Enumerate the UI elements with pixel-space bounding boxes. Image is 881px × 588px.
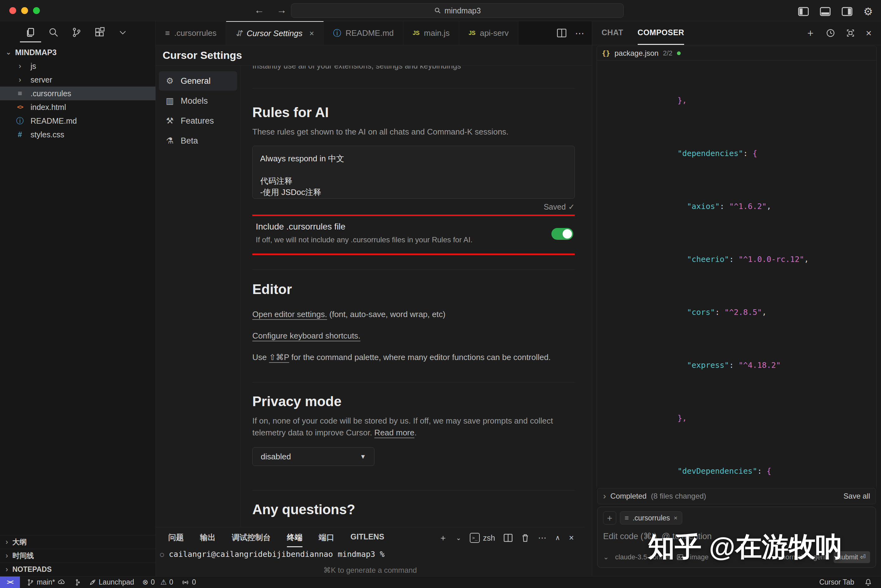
- more-actions-icon[interactable]: ⋯: [575, 28, 584, 39]
- editor-tab[interactable]: JS main.js: [404, 21, 459, 45]
- sidebar-section-header[interactable]: › NOTEPADS: [0, 562, 155, 576]
- errors-icon: ⊗: [143, 578, 148, 586]
- close-panel-icon[interactable]: ×: [569, 533, 574, 543]
- bell-icon[interactable]: [864, 578, 872, 586]
- tree-item[interactable]: <> index.html: [0, 100, 155, 114]
- zhihu-watermark: 知乎 @在游牧呐: [648, 529, 842, 565]
- shell-indicator[interactable]: >_ zsh: [470, 533, 495, 543]
- cursor-tab-status[interactable]: Cursor Tab: [819, 578, 854, 586]
- sidebar-section-label: 大纲: [12, 537, 27, 547]
- maximize-panel-icon[interactable]: ∧: [555, 534, 560, 542]
- tree-item[interactable]: › js: [0, 59, 155, 73]
- editor-tab[interactable]: JS api-serv: [459, 21, 518, 45]
- rules-textarea[interactable]: Always respond in 中文 代码注释 -使用 JSDoc注释: [252, 146, 575, 199]
- history-back-icon[interactable]: ←: [254, 4, 264, 16]
- remote-window-button[interactable]: ><: [0, 576, 20, 588]
- toggle-sidebar-left-icon[interactable]: [798, 7, 809, 16]
- project-root-row[interactable]: ⌄ MINDMAP3: [0, 45, 155, 59]
- problems-status[interactable]: ⊗ 0 ⚠ 0: [143, 578, 174, 586]
- title-bar: ← → mindmap3 ⚙: [0, 0, 881, 21]
- terminal-prompt: cailangri@cailangridebijibendiannao mind…: [169, 550, 384, 559]
- history-icon[interactable]: [826, 28, 835, 38]
- editor-tab[interactable]: ⓘ README.md: [324, 21, 404, 45]
- panel-tab[interactable]: 端口: [319, 532, 334, 547]
- chevron-right-icon: ›: [603, 491, 606, 501]
- read-more-link[interactable]: Read more: [374, 428, 415, 437]
- settings-nav-item[interactable]: ▥ Models: [159, 91, 237, 111]
- panel-tab[interactable]: 输出: [200, 532, 216, 547]
- more-actions-icon[interactable]: ⋯: [538, 533, 546, 543]
- chevron-down-icon[interactable]: [117, 26, 129, 39]
- file-label: index.html: [30, 103, 66, 112]
- terminal-prompt-line[interactable]: ◯ cailangri@cailangridebijibendiannao mi…: [160, 550, 384, 559]
- include-cursorrules-label: Include .cursorrules file: [256, 222, 574, 232]
- save-all-button[interactable]: Save all: [843, 492, 870, 501]
- sidebar-section-label: NOTEPADS: [12, 565, 52, 574]
- privacy-description: If on, none of your code will be stored …: [252, 415, 558, 438]
- command-status-icon: ◯: [160, 550, 164, 558]
- broadcast-status[interactable]: 0: [181, 578, 196, 586]
- settings-content: Instantly use all of your extensions, se…: [252, 66, 575, 527]
- extensions-icon[interactable]: [93, 26, 106, 39]
- search-icon[interactable]: [47, 26, 60, 39]
- open-editor-settings-link[interactable]: Open editor settings.: [252, 310, 327, 319]
- git-branch-status[interactable]: main*: [27, 578, 65, 586]
- command-center-search[interactable]: mindmap3: [291, 3, 624, 18]
- explorer-files-icon[interactable]: [24, 26, 37, 39]
- sidebar-section-header[interactable]: › 大纲: [0, 535, 155, 549]
- close-chat-icon[interactable]: ×: [866, 27, 872, 39]
- settings-nav-item[interactable]: ⚒ Features: [159, 111, 237, 130]
- chat-messages: {} package.json 2/2 },: [592, 45, 881, 488]
- tree-item[interactable]: › server: [0, 73, 155, 87]
- panel-tab[interactable]: 终端: [287, 532, 303, 547]
- new-terminal-icon[interactable]: ＋: [439, 532, 447, 543]
- editor-tab[interactable]: ⇵ Cursor Settings ×: [226, 21, 324, 45]
- split-editor-icon[interactable]: [557, 28, 566, 38]
- code-file-position: 2/2: [663, 49, 672, 57]
- tree-item[interactable]: # styles.css: [0, 128, 155, 141]
- source-control-icon[interactable]: [71, 26, 83, 39]
- toggle-sidebar-right-icon[interactable]: [842, 7, 852, 16]
- remove-context-icon[interactable]: ×: [674, 514, 678, 522]
- gitlens-status[interactable]: [73, 579, 81, 586]
- sidebar-section-header[interactable]: › 时间线: [0, 549, 155, 562]
- history-forward-icon[interactable]: →: [277, 4, 287, 16]
- add-context-button[interactable]: ＋: [603, 512, 616, 525]
- search-icon: [434, 7, 441, 14]
- zoom-window-button[interactable]: [33, 7, 40, 14]
- model-dropdown-icon[interactable]: ⌄: [603, 553, 609, 561]
- configure-shortcuts-link[interactable]: Configure keyboard shortcuts.: [252, 331, 360, 340]
- launchpad-button[interactable]: Launchpad: [89, 578, 134, 586]
- chevron-right-icon: ›: [6, 538, 8, 546]
- activity-bar: [0, 21, 155, 44]
- tab-close-icon[interactable]: ×: [309, 28, 314, 38]
- context-chip[interactable]: ≡ .cursorrules ×: [620, 512, 682, 525]
- panel-tab[interactable]: GITLENS: [350, 532, 384, 547]
- file-icon: #: [14, 130, 26, 139]
- minimize-window-button[interactable]: [21, 7, 28, 14]
- settings-nav-item[interactable]: ⚗ Beta: [159, 131, 237, 150]
- tree-item[interactable]: ≡ .cursorrules: [0, 87, 155, 100]
- panel-tab[interactable]: 调试控制台: [232, 532, 271, 547]
- panel-tab[interactable]: 问题: [168, 532, 184, 547]
- code-file-header[interactable]: {} package.json 2/2: [597, 46, 876, 60]
- chat-panel-tab[interactable]: CHAT: [602, 21, 623, 45]
- tree-item[interactable]: ⓘ README.md: [0, 114, 155, 128]
- trash-icon[interactable]: [521, 534, 529, 542]
- new-chat-icon[interactable]: ＋: [805, 26, 815, 40]
- expand-icon[interactable]: [846, 28, 855, 38]
- completed-bar[interactable]: › Completed (8 files changed) Save all: [597, 488, 876, 504]
- toggle-panel-icon[interactable]: [820, 7, 830, 16]
- settings-nav-item[interactable]: ⚙ General: [159, 71, 237, 91]
- privacy-mode-dropdown[interactable]: disabled ▼: [252, 447, 374, 466]
- split-terminal-icon[interactable]: [504, 534, 512, 542]
- editor-tab[interactable]: ≡ .cursorrules: [156, 21, 226, 45]
- settings-nav-icon: ⚙: [165, 76, 175, 86]
- terminal-dropdown-icon[interactable]: ⌄: [456, 534, 461, 542]
- chat-panel-tab[interactable]: COMPOSER: [638, 21, 684, 45]
- settings-gear-icon[interactable]: ⚙: [863, 5, 873, 18]
- include-cursorrules-toggle[interactable]: [551, 228, 573, 240]
- terminal-actions: ＋ ⌄ >_ zsh ⋯ ∧ ×: [439, 532, 574, 543]
- close-window-button[interactable]: [9, 7, 16, 14]
- tab-label: README.md: [345, 28, 394, 38]
